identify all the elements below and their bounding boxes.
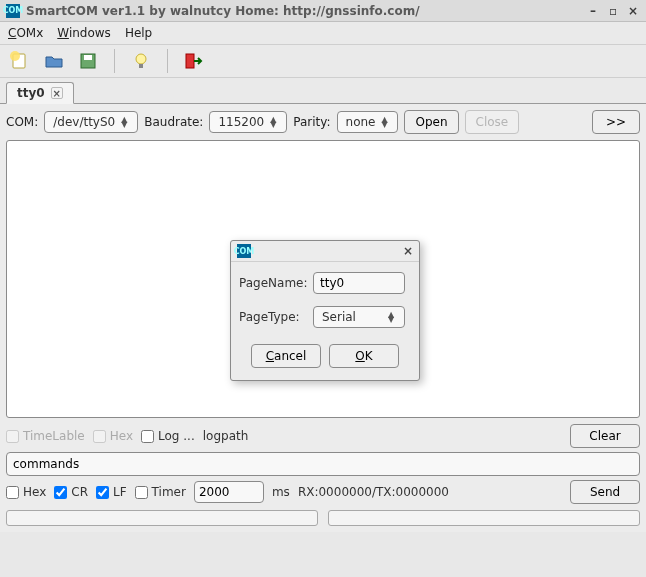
menu-help[interactable]: Help [125, 26, 152, 40]
dialog-titlebar: COM × [231, 241, 419, 262]
port-value: /dev/ttyS0 [53, 115, 115, 129]
log-checkbox[interactable]: Log ... [141, 429, 195, 443]
tabstrip: tty0 × [0, 78, 646, 104]
status-pane-right [328, 510, 640, 526]
dialog-app-icon: COM [237, 244, 251, 258]
toolbar [0, 45, 646, 78]
parity-label: Parity: [293, 115, 330, 129]
bulb-icon[interactable] [129, 49, 153, 73]
timer-input[interactable] [194, 481, 264, 503]
rxtx-label: RX:0000000/TX:0000000 [298, 485, 449, 499]
command-row [6, 452, 640, 476]
timer-checkbox[interactable]: Timer [135, 485, 186, 499]
dialog-close-icon[interactable]: × [403, 244, 413, 258]
send-row: Hex CR LF Timer ms RX:0000000/TX:0000000… [6, 480, 640, 504]
parity-select[interactable]: none ▲▼ [337, 111, 399, 133]
send-button[interactable]: Send [570, 480, 640, 504]
pagename-input[interactable] [313, 272, 405, 294]
svg-rect-5 [139, 64, 143, 68]
tab-close-icon[interactable]: × [51, 87, 63, 99]
pagename-label: PageName: [239, 276, 307, 290]
pagetype-label: PageType: [239, 310, 307, 324]
titlebar: COM SmartCOM ver1.1 by walnutcy Home: ht… [0, 0, 646, 22]
exit-icon[interactable] [182, 49, 206, 73]
minimize-button[interactable]: – [586, 4, 600, 18]
more-button[interactable]: >> [592, 110, 640, 134]
window-title: SmartCOM ver1.1 by walnutcy Home: http:/… [26, 4, 580, 18]
open-icon[interactable] [42, 49, 66, 73]
timelabel-checkbox: TimeLable [6, 429, 85, 443]
com-row: COM: /dev/ttyS0 ▲▼ Baudrate: 115200 ▲▼ P… [6, 110, 640, 134]
close-button: Close [465, 110, 520, 134]
baud-label: Baudrate: [144, 115, 203, 129]
maximize-button[interactable]: ▫ [606, 4, 620, 18]
baud-value: 115200 [218, 115, 264, 129]
statusbar [6, 510, 640, 526]
lf-checkbox[interactable]: LF [96, 485, 127, 499]
logpath-label: logpath [203, 429, 249, 443]
svg-rect-6 [186, 54, 194, 68]
menu-comx[interactable]: COMx [8, 26, 43, 40]
status-pane-left [6, 510, 318, 526]
cancel-button[interactable]: Cancel [251, 344, 321, 368]
svg-point-1 [10, 51, 20, 61]
spin-icon: ▲▼ [388, 312, 398, 322]
command-input[interactable] [6, 452, 640, 476]
spin-icon: ▲▼ [121, 117, 131, 127]
tab-tty0[interactable]: tty0 × [6, 82, 74, 104]
pagetype-value: Serial [322, 310, 356, 324]
open-button[interactable]: Open [404, 110, 458, 134]
log-row: TimeLable Hex Log ... logpath Clear [6, 424, 640, 448]
tab-label: tty0 [17, 86, 45, 100]
toolbar-separator [114, 49, 115, 73]
hex-log-checkbox: Hex [93, 429, 133, 443]
hex-send-checkbox[interactable]: Hex [6, 485, 46, 499]
menu-windows[interactable]: Windows [57, 26, 111, 40]
new-icon[interactable] [8, 49, 32, 73]
svg-point-4 [136, 54, 146, 64]
cr-checkbox[interactable]: CR [54, 485, 88, 499]
spin-icon: ▲▼ [270, 117, 280, 127]
pagetype-select[interactable]: Serial ▲▼ [313, 306, 405, 328]
parity-value: none [346, 115, 376, 129]
port-select[interactable]: /dev/ttyS0 ▲▼ [44, 111, 138, 133]
page-dialog: COM × PageName: PageType: Serial ▲▼ Canc… [230, 240, 420, 381]
baud-select[interactable]: 115200 ▲▼ [209, 111, 287, 133]
close-window-button[interactable]: × [626, 4, 640, 18]
com-label: COM: [6, 115, 38, 129]
save-icon[interactable] [76, 49, 100, 73]
ms-label: ms [272, 485, 290, 499]
menubar: COMx Windows Help [0, 22, 646, 45]
spin-icon: ▲▼ [381, 117, 391, 127]
clear-button[interactable]: Clear [570, 424, 640, 448]
ok-button[interactable]: OK [329, 344, 399, 368]
app-icon: COM [6, 4, 20, 18]
toolbar-separator [167, 49, 168, 73]
svg-rect-3 [84, 55, 92, 60]
